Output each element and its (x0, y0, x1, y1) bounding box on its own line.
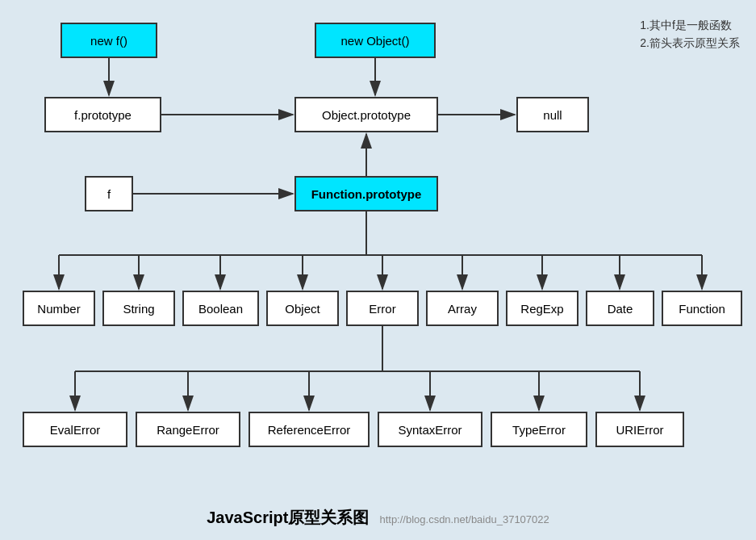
footer-subtitle: http://blog.csdn.net/baidu_37107022 (379, 513, 549, 525)
range-error-box: RangeError (136, 412, 240, 447)
new-object-box: new Object() (315, 23, 436, 58)
reference-error-box: ReferenceError (249, 412, 370, 447)
footnote-line2: 2.箭头表示原型关系 (640, 34, 740, 52)
eval-error-box: EvalError (23, 412, 127, 447)
uri-error-box: URIError (595, 412, 684, 447)
object-box: Object (266, 291, 339, 326)
footer-title: JavaScript原型关系图 (207, 509, 369, 526)
array-box: Array (426, 291, 499, 326)
string-box: String (102, 291, 175, 326)
footnote: 1.其中f是一般函数 2.箭头表示原型关系 (640, 16, 740, 52)
function-box: Function (662, 291, 742, 326)
type-error-box: TypeError (491, 412, 587, 447)
f-box: f (85, 176, 133, 211)
diagram: 1.其中f是一般函数 2.箭头表示原型关系 new f() new Object… (0, 0, 756, 500)
number-box: Number (23, 291, 95, 326)
footer: JavaScript原型关系图 http://blog.csdn.net/bai… (0, 500, 756, 535)
syntax-error-box: SyntaxError (378, 412, 482, 447)
regexp-box: RegExp (506, 291, 578, 326)
function-prototype-box: Function.prototype (294, 176, 438, 211)
new-f-box: new f() (61, 23, 157, 58)
object-prototype-box: Object.prototype (294, 97, 438, 132)
null-box: null (516, 97, 589, 132)
date-box: Date (586, 291, 654, 326)
error-box: Error (346, 291, 419, 326)
boolean-box: Boolean (182, 291, 259, 326)
footnote-line1: 1.其中f是一般函数 (640, 16, 740, 34)
f-prototype-box: f.prototype (44, 97, 161, 132)
